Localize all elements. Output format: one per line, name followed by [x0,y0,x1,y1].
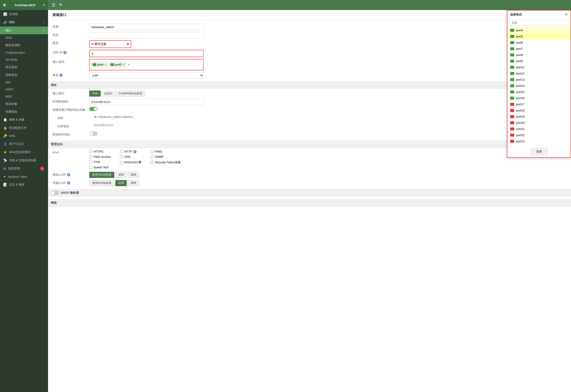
overlay-item[interactable]: port12 [507,70,571,77]
create-addr-toggle-switch[interactable] [89,107,97,111]
recv-lldp-info-icon[interactable]: i [67,173,70,176]
sidebar-item-vpn[interactable]: 🔑 VPN › [0,132,48,140]
sidebar-item-network[interactable]: 🔗 网络 ∨ [0,18,48,27]
recv-lldp-enable-button[interactable]: 启用 [115,172,127,178]
sidebar-item-rip[interactable]: RIP [0,79,48,86]
extra-ip-toggle-switch[interactable] [89,132,97,136]
send-lldp-disable-button[interactable]: 禁用 [128,180,139,186]
port-type-icon [510,72,514,75]
remove-port4-icon[interactable]: ✕ [104,63,106,66]
overlay-item[interactable]: port9 [507,58,571,64]
radius-checkbox[interactable] [120,161,123,164]
http-checkbox[interactable] [120,150,123,153]
overlay-item[interactable]: port7 [507,46,571,52]
fmg-checkbox[interactable] [89,155,92,158]
overlay-item[interactable]: port16 [507,95,571,101]
sidebar-item-label-rip: RIP [5,81,45,84]
ftm-checkbox-row: FTM [89,160,111,164]
add-member-button[interactable]: + [127,63,131,67]
sidebar-item-logs[interactable]: 📝 日志 & 报表 › [0,181,48,189]
dhcp-toggle[interactable] [51,191,59,195]
overlay-item[interactable]: port6 [507,40,571,46]
ip-input[interactable] [89,99,204,105]
overlay-item[interactable]: port8 [507,52,571,58]
sidebar-item-ospf[interactable]: OSPF [0,86,48,93]
recv-lldp-disable-button[interactable]: 禁用 [128,172,139,178]
sidebar-item-packet-capture[interactable]: 数据包捕获 [0,41,48,49]
overlay-item[interactable]: port5 [507,33,571,40]
sidebar-item-sdwan[interactable]: SD-WAN [0,56,48,63]
ping-checkbox[interactable] [150,150,153,153]
overlay-item[interactable]: port24 [507,144,571,146]
sidebar-item-dns[interactable]: DNS [0,34,48,41]
ftm-checkbox[interactable] [89,161,92,164]
snmp-checkbox[interactable] [150,155,153,158]
device-chevron[interactable]: ▼ [43,4,45,6]
remove-port5-icon[interactable]: ✕ [122,63,124,66]
mode-dhcp-button[interactable]: DHCP [102,91,115,96]
mode-manual-button[interactable]: 手动 [89,90,101,97]
sidebar-item-static-route[interactable]: 静态路由 [0,63,48,71]
sidebar-item-route-objects[interactable]: 路由对象 [0,100,48,108]
sidebar-item-wan-opt[interactable]: ⚡ WAN优化和缓存 › [0,148,48,156]
overlay-item[interactable]: port20 [507,120,571,126]
https-checkbox[interactable] [89,150,92,153]
vrf-info-icon[interactable]: i [63,51,67,54]
sidebar-item-system[interactable]: ⚙ 系统管理 1 › [0,165,48,173]
sidebar-item-policy-objects[interactable]: 📋 策略 & 对象 › [0,116,48,124]
mode-fortiipam-button[interactable]: FortiIPAM自动管理 [116,90,145,97]
role-info-icon[interactable]: i [60,73,63,77]
port-type-icon [510,78,514,81]
sidebar-item-users[interactable]: 👤 用户与认证 › [0,140,48,148]
overlay-item[interactable]: port21 [507,126,571,132]
overlay-close-icon[interactable]: ✕ [565,12,568,17]
send-lldp-info-icon[interactable]: i [67,181,70,184]
overlay-item[interactable]: port23 [507,138,571,144]
overlay-close-button[interactable]: 关闭 [530,148,548,155]
sidebar-item-security-profiles[interactable]: 🔒 安全配置文件 › [0,124,48,132]
sidebar-item-fortiextenders[interactable]: FortiExtenders [0,49,48,56]
alias-input[interactable] [89,32,204,38]
search-icon[interactable]: 🔍 [59,3,64,7]
ssh-checkbox[interactable] [120,155,123,158]
sidebar-item-policy-route[interactable]: 策略路由 [0,71,48,79]
logs-icon: 📝 [3,183,7,186]
overlay-item-label: port21 [516,127,525,131]
overlay-item[interactable]: port22 [507,132,571,138]
dhcp-label: DHCP 服务器 [61,191,79,195]
overlay-item[interactable]: port11 [507,64,571,70]
type-dropdown-icon[interactable]: ▼ [126,42,130,46]
overlay-item[interactable]: port4 [507,27,571,33]
overlay-item[interactable]: port18 [507,107,571,113]
security-fabric-checkbox[interactable] [150,161,153,164]
speed-checkbox[interactable] [89,166,92,169]
recv-lldp-use-vdom-button[interactable]: 使用VDOM设置 [89,172,114,178]
overlay-item[interactable]: port13 [507,77,571,83]
sidebar-item-interface[interactable]: 接口 ☆ [0,27,48,34]
mgmt-col1: HTTPS FMG-Access FTM Speed Test [89,150,111,170]
overlay-search-input[interactable] [510,20,568,26]
vrf-input[interactable] [90,50,203,57]
sidebar-item-bgp[interactable]: BGP [0,93,48,100]
role-select[interactable]: LAN WAN DMZ Undefined [89,72,204,79]
type-row: 类型 ⇄ 硬件交换 ▼ [53,40,566,48]
overlay-item[interactable]: port17 [507,101,571,107]
name-input[interactable] [89,24,204,30]
security-fabric-checkbox-row: Security Fabric连接 [150,160,181,165]
role-label: 角色 i [53,72,89,77]
overlay-item[interactable]: port19 [507,113,571,120]
port4-label: port4 [97,63,103,66]
overlay-item[interactable]: port15 [507,89,571,95]
sidebar-item-dashboard[interactable]: 📊 仪表板 › [0,10,48,18]
sidebar-item-multicast[interactable]: 组播路由 [0,108,48,116]
overlay-item-label: port7 [516,47,523,51]
port4-icon [93,63,96,66]
http-info-icon[interactable]: i [133,150,136,153]
send-lldp-use-vdom-button[interactable]: 使用VDOM设置 [89,180,114,186]
interface-mode-row: 接口模式 手动 DHCP FortiIPAM自动管理 [53,90,566,97]
send-lldp-enable-button[interactable]: 启用 [115,180,127,186]
sidebar-item-wireless[interactable]: 📡 无线 & 交换机控制器 › [0,156,48,165]
menu-icon[interactable]: ☰ [52,2,55,8]
sidebar-item-security-fabric[interactable]: ✦ Security Fabric › [0,173,48,181]
overlay-item[interactable]: port14 [507,83,571,89]
